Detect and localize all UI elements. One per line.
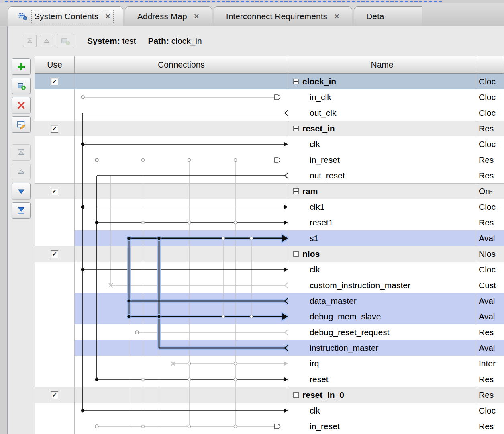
connections-cell[interactable] (75, 184, 288, 199)
move-to-bottom-button[interactable] (12, 202, 31, 219)
scroll-up-button[interactable] (40, 35, 53, 47)
connections-cell[interactable] (75, 356, 288, 371)
use-checkbox[interactable]: ✔ (51, 78, 58, 85)
table-row[interactable]: clkCloc (35, 136, 504, 152)
collapse-icon[interactable] (293, 188, 299, 194)
row-description: Res (476, 168, 504, 183)
row-description: Res (476, 387, 504, 403)
use-cell (35, 324, 75, 340)
table-row[interactable]: irqInter (35, 356, 504, 371)
table-row[interactable]: debug_reset_requestRes (35, 324, 504, 340)
table-row[interactable]: ✔ramOn- (35, 183, 504, 199)
table-row[interactable]: clk1Cloc (35, 199, 504, 215)
table-row[interactable]: out_resetRes (35, 168, 504, 183)
table-row[interactable]: reset1Res (35, 215, 504, 230)
connections-cell[interactable] (75, 136, 288, 152)
tab-address-map[interactable]: Address Map✕ (125, 6, 212, 26)
collapse-icon[interactable] (293, 392, 299, 398)
connections-cell[interactable] (75, 403, 288, 418)
tab-deta[interactable]: Deta (354, 6, 422, 26)
connections-cell[interactable] (75, 262, 288, 277)
connections-cell[interactable] (75, 340, 288, 356)
table-row[interactable]: in_clkCloc (35, 89, 504, 105)
port-name: instruction_master (288, 343, 379, 353)
connections-cell[interactable] (75, 246, 288, 262)
move-down-button[interactable] (12, 183, 31, 199)
tab-close-icon[interactable]: ✕ (194, 12, 200, 20)
connections-cell[interactable] (75, 277, 288, 293)
connections-cell[interactable] (75, 387, 288, 403)
connections-cell[interactable] (75, 121, 288, 136)
move-to-top-button[interactable] (12, 144, 31, 161)
system-path-text: System: testPath: clock_in (87, 36, 202, 46)
connections-cell[interactable] (75, 371, 288, 387)
row-description: Aval (476, 340, 504, 356)
collapse-icon[interactable] (293, 126, 299, 131)
table-row[interactable]: data_masterAval (35, 293, 504, 309)
use-cell (35, 89, 75, 105)
system-contents-icon (18, 12, 28, 21)
name-cell: out_reset (288, 168, 476, 183)
connections-cell[interactable] (75, 309, 288, 324)
scroll-to-top-icon (26, 37, 33, 45)
use-checkbox[interactable]: ✔ (51, 391, 58, 399)
table-row[interactable]: ✔clock_inCloc (35, 74, 504, 89)
add-component-button[interactable] (12, 58, 31, 75)
scroll-to-top-button[interactable] (23, 35, 37, 47)
tab-close-icon[interactable]: ✕ (334, 12, 340, 20)
path-label: Path: (148, 36, 169, 45)
path-value: clock_in (171, 36, 202, 45)
port-name: out_clk (288, 108, 337, 118)
connections-cell[interactable] (75, 418, 288, 434)
use-cell: ✔ (35, 184, 75, 199)
header-connections[interactable]: Connections (75, 56, 288, 74)
plus-icon (16, 62, 26, 72)
connections-cell[interactable] (75, 89, 288, 105)
header-name[interactable]: Name (288, 56, 476, 74)
table-row[interactable]: ✔niosNios (35, 246, 504, 262)
table-row[interactable]: s1Aval (35, 230, 504, 246)
connections-cell[interactable] (75, 199, 288, 215)
connections-cell[interactable] (75, 74, 288, 89)
use-checkbox[interactable]: ✔ (51, 125, 58, 133)
component-image-button[interactable] (57, 34, 74, 48)
name-cell: reset_in (288, 121, 476, 136)
table-row[interactable]: ✔reset_inRes (35, 121, 504, 136)
connections-cell[interactable] (75, 293, 288, 309)
tab-system-contents[interactable]: System Contents✕ (8, 6, 123, 26)
name-cell: s1 (288, 230, 476, 246)
table-row[interactable]: clkCloc (35, 403, 504, 418)
collapse-icon[interactable] (293, 79, 299, 84)
table-row[interactable]: resetRes (35, 371, 504, 387)
table-row[interactable]: debug_mem_slaveAval (35, 309, 504, 324)
table-row[interactable]: out_clkCloc (35, 105, 504, 121)
table-row[interactable]: ✔reset_in_0Res (35, 387, 504, 403)
port-name: reset (288, 375, 329, 384)
connections-cell[interactable] (75, 152, 288, 168)
duplicate-component-button[interactable] (12, 78, 31, 94)
remove-button[interactable] (12, 97, 31, 113)
use-checkbox[interactable]: ✔ (51, 188, 58, 195)
table-row[interactable]: custom_instruction_masterCust (35, 277, 504, 293)
table-row[interactable]: in_resetRes (35, 152, 504, 168)
tab-close-icon[interactable]: ✕ (105, 12, 111, 20)
connections-cell[interactable] (75, 105, 288, 121)
port-name: clk1 (288, 202, 324, 212)
use-checkbox[interactable]: ✔ (51, 250, 58, 258)
table-row[interactable]: instruction_masterAval (35, 340, 504, 356)
move-up-button[interactable] (12, 164, 31, 180)
connections-cell[interactable] (75, 230, 288, 246)
header-description[interactable] (476, 56, 504, 74)
connections-cell[interactable] (75, 168, 288, 183)
connections-cell[interactable] (75, 324, 288, 340)
table-row[interactable]: in_resetRes (35, 418, 504, 434)
connections-cell[interactable] (75, 215, 288, 230)
edit-button[interactable] (12, 116, 31, 133)
tab-interconnect-requirements[interactable]: Interconnect Requirements✕ (214, 6, 352, 26)
name-cell: in_reset (288, 418, 476, 434)
move-up-icon (16, 167, 26, 177)
header-use[interactable]: Use (35, 56, 75, 74)
collapse-icon[interactable] (293, 251, 299, 257)
name-cell: debug_reset_request (288, 324, 476, 340)
table-row[interactable]: clkCloc (35, 262, 504, 277)
